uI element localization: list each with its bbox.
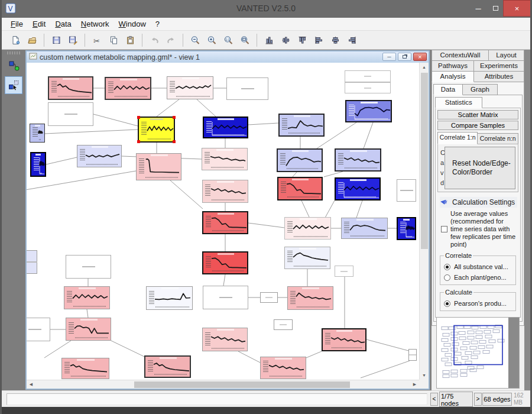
- tab-pathways[interactable]: Pathways: [432, 60, 474, 72]
- view-restore-button[interactable]: [398, 53, 411, 61]
- graph-node-chart[interactable]: [61, 358, 109, 379]
- graph-node-chart[interactable]: [335, 177, 381, 200]
- graph-node-chart[interactable]: [202, 251, 248, 274]
- graph-node-empty[interactable]: [345, 82, 391, 93]
- align-left-icon[interactable]: [311, 33, 326, 48]
- graph-view-titlebar[interactable]: custom network metabolic mapping.gml* - …: [27, 51, 429, 63]
- graph-node-chart[interactable]: [146, 286, 193, 310]
- reset-node-edge-color-button[interactable]: Reset Node/Edge-Color/Border: [445, 147, 515, 189]
- graph-node-chart[interactable]: [202, 211, 248, 234]
- graph-node-chart[interactable]: [167, 76, 213, 99]
- save-as-icon[interactable]: [65, 33, 80, 48]
- graph-node-chart[interactable]: [30, 152, 46, 177]
- graph-node-chart[interactable]: [105, 77, 151, 100]
- all-substance-radio[interactable]: [444, 264, 450, 270]
- graph-node-chart[interactable]: [202, 148, 248, 170]
- open-icon[interactable]: [24, 33, 40, 48]
- graph-node-chart[interactable]: [144, 355, 191, 378]
- new-icon[interactable]: [8, 33, 23, 48]
- scroll-down-arrow[interactable]: ▼: [420, 371, 429, 380]
- graph-node-empty[interactable]: [260, 292, 278, 303]
- selection-info-button[interactable]: 1/75 nodes selected: [439, 392, 473, 407]
- menu-window[interactable]: Window: [115, 18, 150, 30]
- zoom-fit-icon[interactable]: [237, 33, 252, 48]
- vertical-scrollbar[interactable]: ▲ ▼: [419, 63, 429, 380]
- use-average-checkbox[interactable]: [441, 226, 447, 232]
- graph-node-empty[interactable]: [226, 77, 268, 100]
- menu-network[interactable]: Network: [77, 18, 113, 30]
- align-middle-icon[interactable]: [278, 33, 293, 48]
- edges-count-button[interactable]: 68 edges: [482, 393, 512, 406]
- tab-correlate-1n[interactable]: Correlate 1:n: [437, 132, 478, 144]
- paste-icon[interactable]: [122, 33, 138, 48]
- tab-analysis[interactable]: Analysis: [432, 71, 474, 82]
- graph-node-chart[interactable]: [64, 286, 110, 309]
- tab-attributes[interactable]: Attributes: [473, 71, 524, 82]
- scroll-right-arrow[interactable]: ▶: [410, 380, 419, 389]
- tab-layout[interactable]: Layout: [488, 50, 524, 61]
- graph-node-chart[interactable]: [136, 153, 181, 180]
- graph-node-chart[interactable]: [30, 124, 45, 143]
- graph-node-chart[interactable]: [66, 318, 111, 341]
- graph-node-chart[interactable]: [335, 148, 381, 172]
- graph-node-chart[interactable]: [202, 180, 248, 203]
- maximize-button[interactable]: [488, 0, 503, 17]
- vertical-scroll-thumb[interactable]: [421, 73, 428, 249]
- view-minimize-button[interactable]: ─: [382, 53, 396, 61]
- graph-node-empty[interactable]: [27, 318, 50, 341]
- graph-node-chart[interactable]: [322, 328, 366, 351]
- menu-file[interactable]: File: [7, 18, 27, 30]
- graph-node-empty[interactable]: [274, 319, 293, 330]
- graph-node-chart[interactable]: [397, 217, 416, 240]
- tab-contextuwall[interactable]: ContextuWall: [432, 50, 489, 61]
- save-icon[interactable]: [48, 33, 64, 48]
- zoom-in-icon[interactable]: [204, 33, 219, 48]
- selection-handle[interactable]: [137, 140, 140, 143]
- graph-node-chart[interactable]: [277, 148, 323, 172]
- selection-handle[interactable]: [173, 140, 176, 143]
- align-bottom-icon[interactable]: [261, 33, 277, 48]
- selection-tool-icon[interactable]: [5, 76, 22, 94]
- graph-node-chart[interactable]: [77, 145, 122, 167]
- minimize-button[interactable]: ─: [471, 0, 486, 17]
- graph-node-empty[interactable]: [66, 255, 111, 279]
- scroll-left-arrow[interactable]: ◀: [27, 380, 35, 389]
- selection-forward-button[interactable]: >: [474, 393, 482, 406]
- graph-canvas[interactable]: [27, 63, 419, 380]
- scroll-up-arrow[interactable]: ▲: [420, 63, 429, 72]
- graph-node-chart[interactable]: [341, 218, 388, 239]
- selection-handle[interactable]: [137, 116, 140, 119]
- menu-edit[interactable]: Edit: [28, 18, 50, 30]
- graph-node-chart[interactable]: [138, 117, 175, 143]
- graph-node-chart[interactable]: [260, 357, 306, 379]
- align-center-icon[interactable]: [327, 33, 343, 48]
- menu-help[interactable]: ?: [151, 18, 164, 30]
- tab-data[interactable]: Data: [433, 84, 463, 95]
- graph-node-chart[interactable]: [345, 100, 392, 122]
- graph-node-empty[interactable]: [345, 70, 391, 82]
- view-close-button[interactable]: ×: [413, 53, 427, 61]
- align-right-icon[interactable]: [344, 33, 359, 48]
- graph-node-chart[interactable]: [278, 114, 325, 137]
- graph-node-chart[interactable]: [277, 177, 323, 200]
- redo-icon[interactable]: [163, 33, 179, 48]
- calculation-settings-header[interactable]: Calculation Settings: [440, 197, 517, 208]
- cut-icon[interactable]: ✂: [89, 33, 105, 48]
- undo-icon[interactable]: [147, 33, 162, 48]
- graph-overview-minimap[interactable]: [436, 317, 520, 389]
- compare-samples-button[interactable]: Compare Samples: [437, 121, 518, 130]
- pearsons-radio[interactable]: [444, 300, 450, 307]
- tab-graph[interactable]: Graph: [462, 84, 498, 95]
- edge-tool-icon[interactable]: [5, 57, 22, 75]
- graph-node-chart[interactable]: [48, 76, 93, 100]
- each-plant-radio[interactable]: [444, 274, 450, 281]
- graph-node-empty[interactable]: [203, 286, 248, 309]
- menu-data[interactable]: Data: [51, 18, 75, 30]
- graph-node-chart[interactable]: [284, 247, 330, 269]
- graph-node-empty[interactable]: [48, 102, 93, 126]
- align-top-icon[interactable]: [294, 33, 310, 48]
- tab-experiments[interactable]: Experiments: [473, 60, 524, 72]
- selection-back-button[interactable]: <: [430, 393, 438, 406]
- graph-node-chart[interactable]: [284, 217, 331, 240]
- graph-node-empty[interactable]: [335, 266, 353, 277]
